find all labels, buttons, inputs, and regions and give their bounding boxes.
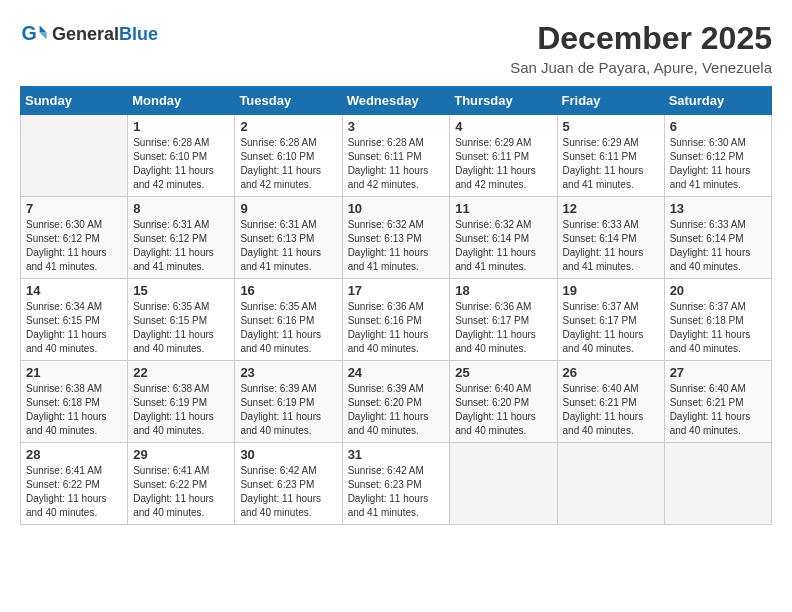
day-number: 18: [455, 283, 551, 298]
day-info: Sunrise: 6:33 AM Sunset: 6:14 PM Dayligh…: [670, 218, 766, 274]
svg-marker-2: [40, 33, 47, 40]
day-number: 14: [26, 283, 122, 298]
day-info: Sunrise: 6:42 AM Sunset: 6:23 PM Dayligh…: [240, 464, 336, 520]
day-info: Sunrise: 6:36 AM Sunset: 6:17 PM Dayligh…: [455, 300, 551, 356]
calendar-cell: 2Sunrise: 6:28 AM Sunset: 6:10 PM Daylig…: [235, 115, 342, 197]
day-number: 16: [240, 283, 336, 298]
calendar-cell: [450, 443, 557, 525]
day-info: Sunrise: 6:39 AM Sunset: 6:19 PM Dayligh…: [240, 382, 336, 438]
day-info: Sunrise: 6:34 AM Sunset: 6:15 PM Dayligh…: [26, 300, 122, 356]
day-number: 2: [240, 119, 336, 134]
day-info: Sunrise: 6:28 AM Sunset: 6:10 PM Dayligh…: [133, 136, 229, 192]
day-number: 15: [133, 283, 229, 298]
calendar-week-row: 21Sunrise: 6:38 AM Sunset: 6:18 PM Dayli…: [21, 361, 772, 443]
calendar-cell: 4Sunrise: 6:29 AM Sunset: 6:11 PM Daylig…: [450, 115, 557, 197]
weekday-header: Saturday: [664, 87, 771, 115]
day-info: Sunrise: 6:35 AM Sunset: 6:15 PM Dayligh…: [133, 300, 229, 356]
calendar-cell: 17Sunrise: 6:36 AM Sunset: 6:16 PM Dayli…: [342, 279, 450, 361]
calendar-cell: 29Sunrise: 6:41 AM Sunset: 6:22 PM Dayli…: [128, 443, 235, 525]
day-number: 21: [26, 365, 122, 380]
day-info: Sunrise: 6:38 AM Sunset: 6:19 PM Dayligh…: [133, 382, 229, 438]
calendar-cell: 30Sunrise: 6:42 AM Sunset: 6:23 PM Dayli…: [235, 443, 342, 525]
day-info: Sunrise: 6:30 AM Sunset: 6:12 PM Dayligh…: [670, 136, 766, 192]
day-number: 6: [670, 119, 766, 134]
calendar-cell: 6Sunrise: 6:30 AM Sunset: 6:12 PM Daylig…: [664, 115, 771, 197]
day-info: Sunrise: 6:42 AM Sunset: 6:23 PM Dayligh…: [348, 464, 445, 520]
calendar-cell: 3Sunrise: 6:28 AM Sunset: 6:11 PM Daylig…: [342, 115, 450, 197]
calendar-cell: 15Sunrise: 6:35 AM Sunset: 6:15 PM Dayli…: [128, 279, 235, 361]
calendar-cell: 21Sunrise: 6:38 AM Sunset: 6:18 PM Dayli…: [21, 361, 128, 443]
calendar-cell: 22Sunrise: 6:38 AM Sunset: 6:19 PM Dayli…: [128, 361, 235, 443]
calendar-cell: 16Sunrise: 6:35 AM Sunset: 6:16 PM Dayli…: [235, 279, 342, 361]
day-info: Sunrise: 6:36 AM Sunset: 6:16 PM Dayligh…: [348, 300, 445, 356]
calendar-cell: 1Sunrise: 6:28 AM Sunset: 6:10 PM Daylig…: [128, 115, 235, 197]
month-title: December 2025: [510, 20, 772, 57]
weekday-header: Thursday: [450, 87, 557, 115]
day-info: Sunrise: 6:33 AM Sunset: 6:14 PM Dayligh…: [563, 218, 659, 274]
svg-marker-1: [40, 26, 47, 33]
day-info: Sunrise: 6:31 AM Sunset: 6:13 PM Dayligh…: [240, 218, 336, 274]
calendar-cell: 24Sunrise: 6:39 AM Sunset: 6:20 PM Dayli…: [342, 361, 450, 443]
day-number: 20: [670, 283, 766, 298]
calendar-week-row: 1Sunrise: 6:28 AM Sunset: 6:10 PM Daylig…: [21, 115, 772, 197]
day-info: Sunrise: 6:30 AM Sunset: 6:12 PM Dayligh…: [26, 218, 122, 274]
calendar-cell: 23Sunrise: 6:39 AM Sunset: 6:19 PM Dayli…: [235, 361, 342, 443]
day-number: 12: [563, 201, 659, 216]
day-info: Sunrise: 6:32 AM Sunset: 6:14 PM Dayligh…: [455, 218, 551, 274]
day-number: 30: [240, 447, 336, 462]
title-block: December 2025 San Juan de Payara, Apure,…: [510, 20, 772, 76]
day-number: 19: [563, 283, 659, 298]
calendar-cell: 10Sunrise: 6:32 AM Sunset: 6:13 PM Dayli…: [342, 197, 450, 279]
calendar-cell: 27Sunrise: 6:40 AM Sunset: 6:21 PM Dayli…: [664, 361, 771, 443]
day-info: Sunrise: 6:29 AM Sunset: 6:11 PM Dayligh…: [563, 136, 659, 192]
calendar-cell: 20Sunrise: 6:37 AM Sunset: 6:18 PM Dayli…: [664, 279, 771, 361]
day-number: 4: [455, 119, 551, 134]
day-info: Sunrise: 6:40 AM Sunset: 6:21 PM Dayligh…: [670, 382, 766, 438]
day-info: Sunrise: 6:29 AM Sunset: 6:11 PM Dayligh…: [455, 136, 551, 192]
day-number: 8: [133, 201, 229, 216]
day-number: 24: [348, 365, 445, 380]
calendar-cell: 31Sunrise: 6:42 AM Sunset: 6:23 PM Dayli…: [342, 443, 450, 525]
day-info: Sunrise: 6:39 AM Sunset: 6:20 PM Dayligh…: [348, 382, 445, 438]
day-number: 13: [670, 201, 766, 216]
day-number: 26: [563, 365, 659, 380]
location-title: San Juan de Payara, Apure, Venezuela: [510, 59, 772, 76]
weekday-header: Monday: [128, 87, 235, 115]
day-number: 10: [348, 201, 445, 216]
calendar-week-row: 7Sunrise: 6:30 AM Sunset: 6:12 PM Daylig…: [21, 197, 772, 279]
calendar-cell: 9Sunrise: 6:31 AM Sunset: 6:13 PM Daylig…: [235, 197, 342, 279]
day-number: 31: [348, 447, 445, 462]
day-info: Sunrise: 6:41 AM Sunset: 6:22 PM Dayligh…: [26, 464, 122, 520]
day-number: 25: [455, 365, 551, 380]
svg-text:G: G: [21, 22, 36, 44]
day-number: 5: [563, 119, 659, 134]
calendar-table: SundayMondayTuesdayWednesdayThursdayFrid…: [20, 86, 772, 525]
logo: G GeneralBlue: [20, 20, 158, 48]
day-number: 1: [133, 119, 229, 134]
day-number: 11: [455, 201, 551, 216]
day-number: 27: [670, 365, 766, 380]
calendar-cell: 25Sunrise: 6:40 AM Sunset: 6:20 PM Dayli…: [450, 361, 557, 443]
day-number: 22: [133, 365, 229, 380]
day-info: Sunrise: 6:28 AM Sunset: 6:10 PM Dayligh…: [240, 136, 336, 192]
day-info: Sunrise: 6:32 AM Sunset: 6:13 PM Dayligh…: [348, 218, 445, 274]
calendar-cell: 5Sunrise: 6:29 AM Sunset: 6:11 PM Daylig…: [557, 115, 664, 197]
day-number: 17: [348, 283, 445, 298]
day-number: 23: [240, 365, 336, 380]
weekday-header: Wednesday: [342, 87, 450, 115]
calendar-cell: [21, 115, 128, 197]
weekday-header: Sunday: [21, 87, 128, 115]
logo-icon: G: [20, 20, 48, 48]
calendar-week-row: 14Sunrise: 6:34 AM Sunset: 6:15 PM Dayli…: [21, 279, 772, 361]
day-number: 29: [133, 447, 229, 462]
day-number: 28: [26, 447, 122, 462]
day-info: Sunrise: 6:37 AM Sunset: 6:18 PM Dayligh…: [670, 300, 766, 356]
calendar-week-row: 28Sunrise: 6:41 AM Sunset: 6:22 PM Dayli…: [21, 443, 772, 525]
day-info: Sunrise: 6:28 AM Sunset: 6:11 PM Dayligh…: [348, 136, 445, 192]
day-info: Sunrise: 6:35 AM Sunset: 6:16 PM Dayligh…: [240, 300, 336, 356]
day-info: Sunrise: 6:38 AM Sunset: 6:18 PM Dayligh…: [26, 382, 122, 438]
calendar-cell: 14Sunrise: 6:34 AM Sunset: 6:15 PM Dayli…: [21, 279, 128, 361]
day-info: Sunrise: 6:31 AM Sunset: 6:12 PM Dayligh…: [133, 218, 229, 274]
calendar-cell: 19Sunrise: 6:37 AM Sunset: 6:17 PM Dayli…: [557, 279, 664, 361]
calendar-cell: [664, 443, 771, 525]
